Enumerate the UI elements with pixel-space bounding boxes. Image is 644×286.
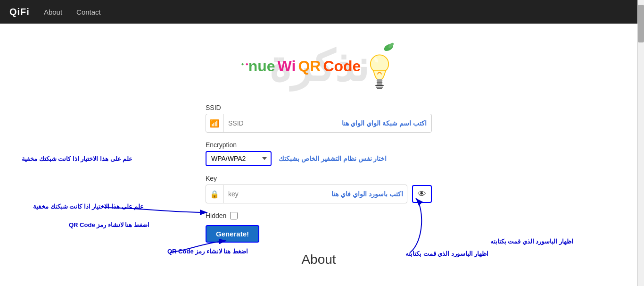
about-section: About (301, 252, 336, 267)
logo-word3: QR (298, 58, 321, 75)
eye-hint-annotation: اظهار الباسورد الذي قمت بكتابته (490, 238, 573, 245)
logo-foreground: ●●nue Wi QR Code (241, 40, 396, 92)
key-label: Key (206, 175, 432, 182)
ssid-label: SSID (206, 104, 432, 111)
ssid-group: SSID 📶 اكتب اسم شبكة الواي الواي هنا (206, 104, 432, 133)
scrollbar-thumb[interactable] (638, 5, 644, 42)
nav-brand[interactable]: QiFi (9, 7, 30, 17)
encryption-group: Encryption WPA/WPA2 WEP None اختار نفس ن… (206, 141, 432, 166)
encryption-select[interactable]: WPA/WPA2 WEP None (206, 151, 272, 166)
logo-area: نذكرة ●●nue Wi QR Code (206, 33, 432, 99)
key-group: Key 🔒 اكتب باسورد الواي فاي هنا 👁 (206, 175, 432, 203)
encryption-row: WPA/WPA2 WEP None اختار نفس نظام التشفير… (206, 151, 432, 166)
encryption-label: Encryption (206, 141, 432, 149)
main-content: نذكرة ●●nue Wi QR Code (0, 24, 637, 281)
generate-hint-annotation: اضغط هنا لانشاء رمز QR Code (69, 221, 149, 228)
ssid-hint-text: اكتب اسم شبكة الواي الواي هنا (342, 119, 431, 127)
hidden-row: Hidden (206, 212, 432, 219)
nav-link-contact[interactable]: Contact (76, 8, 101, 16)
wifi-form: SSID 📶 اكتب اسم شبكة الواي الواي هنا Enc… (206, 104, 432, 243)
lock-icon: 🔒 (206, 185, 223, 203)
scrollbar[interactable] (637, 0, 644, 286)
hidden-checkbox[interactable] (230, 212, 238, 219)
logo-word2: Wi (278, 58, 296, 75)
navbar: QiFi About Contact (0, 0, 644, 24)
lightbulb-icon (363, 40, 396, 92)
about-title: About (301, 252, 336, 267)
hidden-hint-annotation: علم على هذا الاختيار اذا كانت شبكتك مخفي… (22, 155, 132, 162)
wifi-signal-icon: 📶 (206, 114, 223, 132)
ssid-input-row: 📶 اكتب اسم شبكة الواي الواي هنا (206, 114, 432, 133)
key-input-wrapper: 🔒 اكتب باسورد الواي فاي هنا (206, 185, 407, 203)
hidden-label-text: Hidden (206, 212, 226, 219)
generate-button[interactable]: Generate! (206, 225, 259, 243)
svg-rect-4 (377, 81, 382, 83)
toggle-password-button[interactable]: 👁 (412, 185, 432, 203)
key-row: 🔒 اكتب باسورد الواي فاي هنا 👁 (206, 185, 432, 203)
encryption-hint-text: اختار نفس نظام التشفير الخاص بشبكتك (279, 155, 387, 162)
key-hint-text: اكتب باسورد الواي فاي هنا (331, 190, 407, 198)
ssid-input[interactable] (223, 116, 342, 131)
key-input[interactable] (223, 186, 331, 202)
nav-link-about[interactable]: About (44, 8, 62, 16)
svg-rect-3 (377, 79, 382, 81)
logo-word1: ●●nue (241, 58, 275, 75)
logo-word4: Code (323, 58, 361, 75)
generate-row: Generate! (206, 225, 432, 243)
